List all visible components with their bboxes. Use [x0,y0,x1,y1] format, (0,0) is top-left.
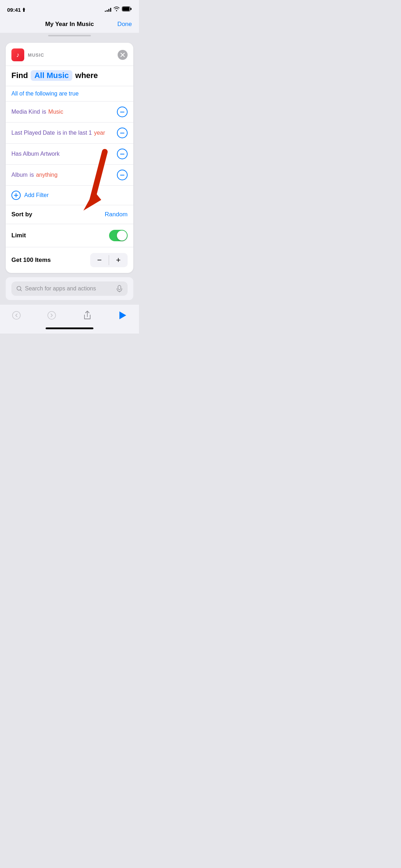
plus-icon [14,193,18,197]
all-music-chip[interactable]: All Music [31,70,72,81]
search-placeholder: Search for apps and actions [25,285,113,292]
filter-row-album: Album is anything [6,165,133,186]
main-content: ♪ MUSIC Find All Music where All of the … [0,38,139,304]
limit-row: Limit [6,224,133,247]
svg-marker-19 [119,311,126,319]
svg-rect-15 [118,285,121,290]
add-filter-label: Add Filter [24,192,48,198]
share-icon [83,311,92,320]
where-label: where [75,71,98,80]
page-title: My Year In Music [45,21,94,28]
limit-label: Limit [11,232,26,239]
get-items-label: Get 100 Items [11,257,51,264]
minus-icon [120,175,124,176]
filter-op-media-kind: is [42,109,46,115]
bottom-toolbar [0,304,139,325]
filter-label-media-kind: Media Kind [11,109,40,115]
svg-line-14 [20,290,22,291]
sort-by-row: Sort by Random [6,205,133,224]
items-stepper: − + [90,253,128,267]
search-area: Search for apps and actions [6,277,133,300]
close-button[interactable] [118,50,128,60]
minus-icon [120,154,124,155]
remove-filter-album-artwork[interactable] [117,149,128,159]
scroll-hint [0,33,139,38]
stepper-plus-button[interactable]: + [109,253,128,267]
filter-op-album: is [30,172,34,178]
play-button[interactable] [115,308,130,323]
music-app-icon: ♪ [11,48,24,61]
location-icon [22,7,26,12]
done-button[interactable]: Done [117,21,132,28]
get-items-row: Get 100 Items − + [6,247,133,273]
battery-icon [122,6,132,13]
music-card: ♪ MUSIC Find All Music where All of the … [6,43,133,273]
filter-value-media-kind: Music [48,109,63,115]
microphone-icon [116,285,123,292]
filter-label-album: Album [11,172,27,178]
forward-icon [47,311,56,320]
back-icon [12,311,21,320]
filter-value-last-played: year [94,130,105,136]
card-header: ♪ MUSIC [6,43,133,66]
toggle-thumb [117,231,127,241]
forward-button[interactable] [44,308,60,323]
filter-row-album-artwork: Has Album Artwork [6,144,133,165]
sort-by-value[interactable]: Random [105,211,128,218]
status-time: 09:41 [7,7,26,13]
stepper-minus-button[interactable]: − [90,253,109,267]
home-indicator-area [0,325,139,334]
filter-label-last-played: Last Played Date [11,130,55,136]
sort-by-label: Sort by [11,211,32,218]
music-note-icon: ♪ [16,51,20,59]
filter-row-media-kind: Media Kind is Music [6,102,133,123]
search-bar[interactable]: Search for apps and actions [11,281,128,296]
filter-value-album: anything [36,172,58,178]
filter-condition-section: All of the following are true [6,86,133,102]
wifi-icon [113,6,120,13]
all-true-button[interactable]: All of the following are true [11,91,79,97]
time-display: 09:41 [7,7,21,13]
limit-toggle[interactable] [109,230,128,241]
close-icon [120,53,125,57]
svg-rect-2 [123,7,130,11]
find-label: Find [11,71,28,80]
nav-bar: My Year In Music Done [0,17,139,33]
minus-icon [120,112,124,113]
add-filter-button[interactable]: Add Filter [6,186,133,205]
filter-label-album-artwork: Has Album Artwork [11,151,60,157]
status-bar: 09:41 [0,0,139,17]
signal-icon [105,7,111,12]
find-line: Find All Music where [6,66,133,86]
svg-point-18 [48,311,56,319]
back-button[interactable] [9,308,24,323]
minus-icon [120,133,124,134]
add-circle-icon [11,191,21,200]
svg-point-17 [12,311,20,319]
svg-rect-1 [130,8,132,10]
search-icon [16,286,22,291]
app-label: MUSIC [28,52,44,58]
status-icons [105,6,132,13]
remove-filter-album[interactable] [117,170,128,180]
filter-row-last-played: Last Played Date is in the last 1 year [6,123,133,144]
share-button[interactable] [79,308,95,323]
home-bar [46,327,93,329]
filter-op-last-played: is in the last 1 [57,130,92,136]
remove-filter-media-kind[interactable] [117,107,128,117]
remove-filter-last-played[interactable] [117,128,128,138]
play-icon [119,311,127,320]
